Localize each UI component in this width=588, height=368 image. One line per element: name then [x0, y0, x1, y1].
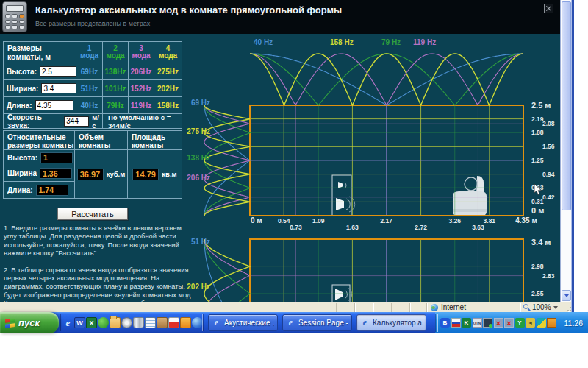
room-dimensions-table: Размеры комнаты, м1мода2мода3мода4модаВы… [3, 41, 182, 129]
mode-frequency-value: 101Hz [103, 80, 129, 97]
dimension-input[interactable] [41, 83, 76, 93]
listener-chair [453, 176, 487, 216]
axis-max-label: 3.4 м [531, 238, 551, 247]
antivirus-icon[interactable] [462, 318, 471, 328]
ru-language-flag-icon[interactable] [451, 318, 461, 328]
woofer-icon [335, 289, 343, 300]
tray-icons [440, 318, 556, 328]
scrollbar-down-button[interactable] [562, 290, 571, 301]
page-content: Размеры комнаты, м1мода2мода3мода4модаВы… [0, 34, 560, 302]
recycle-bin-icon[interactable] [133, 317, 144, 328]
word-icon[interactable] [74, 317, 85, 328]
ie-icon: e [360, 318, 370, 328]
speed-of-sound-input[interactable] [64, 116, 89, 127]
bluetooth-icon[interactable] [440, 318, 450, 328]
calculate-button[interactable]: Рассчитать [57, 208, 128, 220]
relative-size-row: Ширина1.36 [4, 166, 74, 183]
zoom-level: 100% [532, 303, 551, 311]
speed-of-sound-cell: Скорость звука:м/с [4, 114, 103, 128]
dimension-row-label: Высота: [4, 63, 76, 80]
axis-origin-label: 0 м [531, 206, 544, 215]
mode-frequency-value: 69Hz [76, 63, 103, 80]
mode-frequency-value: 152Hz [129, 80, 154, 97]
mode-frequency-value: 119Hz [129, 97, 154, 114]
axis-tick-label: 2.17 [380, 217, 392, 224]
wifi-icon[interactable] [515, 318, 525, 328]
length-mode-curve [250, 54, 523, 105]
mode-diagrams: 40 Hz79 Hz119 Hz158 Hz69 Hz138 Hz206 Hz2… [184, 34, 560, 302]
calculator-display [6, 5, 24, 12]
green-app-icon[interactable] [98, 317, 109, 328]
axis-max-label: 2.5 м [531, 101, 551, 110]
start-button-label: пуск [18, 317, 40, 328]
area-cell: 14.79кв.м [128, 150, 182, 198]
ie-icon[interactable] [62, 317, 74, 328]
windows-flag-icon [5, 318, 15, 328]
tan-app-icon[interactable] [157, 317, 168, 328]
notebook-icon[interactable] [547, 318, 556, 328]
taskbar-window-button[interactable]: eSession Page - ... [282, 314, 352, 331]
status-bar: Internet 100% [0, 302, 574, 312]
notes-icon[interactable] [145, 317, 156, 328]
mode-column-header: 3мода [129, 42, 154, 63]
mode-frequency-label: 206 Hz [187, 174, 210, 182]
mode-frequency-label: 138 Hz [187, 154, 210, 162]
axis-max-label: 4.35 м [515, 216, 537, 224]
orange-app-icon[interactable] [180, 317, 191, 328]
media-player-icon[interactable] [121, 317, 132, 328]
relative-value-field: 1.74 [36, 185, 68, 196]
excel-icon[interactable] [86, 317, 97, 328]
mode-column-header: 2мода [103, 42, 129, 63]
taskbar-window-button[interactable]: eКалькулятор а... [356, 314, 426, 331]
volume-value-field: 36.97 [77, 169, 104, 180]
axis-tick-label: 0.31 [531, 198, 544, 205]
room-table-title: Размеры комнаты, м [4, 42, 76, 63]
axis-tick-label: 2.55 [531, 290, 544, 297]
utn-icon[interactable] [473, 318, 482, 328]
network-offline-icon[interactable] [494, 318, 503, 328]
axis-tick-label: 0.73 [290, 224, 302, 231]
screen: { "header": { "title": "Калькулятор акси… [0, 0, 588, 368]
speed-default-note: По умолчанию с = 344м/с [103, 114, 182, 128]
relative-value-field: 1.36 [40, 168, 72, 179]
mode-frequency-value: 275Hz [154, 63, 182, 80]
network-offline2-icon[interactable] [504, 318, 514, 328]
axis-tick-label: 3.81 [484, 217, 496, 224]
mode-frequency-value: 202Hz [154, 80, 182, 97]
messenger-icon[interactable] [537, 318, 546, 328]
folder-icon[interactable] [110, 317, 121, 328]
axis-tick-label: 2.98 [531, 263, 544, 270]
taskbar-window-button[interactable]: eАкустические ... [208, 314, 278, 331]
browser-window: Калькулятор аксиальных мод в комнате пря… [0, 0, 574, 312]
volume-cell: 36.97куб.м [75, 150, 128, 198]
page-title: Калькулятор аксиальных мод в комнате пря… [35, 4, 342, 15]
close-icon[interactable] [544, 4, 553, 13]
zoom-dropdown-arrow-icon[interactable] [553, 306, 558, 309]
derived-column-header: Площадь комнаты [128, 131, 182, 150]
vertical-scrollbar[interactable] [560, 0, 571, 302]
display-icon[interactable] [483, 318, 492, 328]
dimension-input[interactable] [35, 100, 74, 110]
tray-clock[interactable]: 11:26 [564, 312, 584, 333]
width-mode-curve [204, 239, 250, 302]
security-zone-label: Internet [441, 303, 466, 311]
internet-zone-icon [431, 304, 438, 311]
instruction-step-1: 1. Введите размеры комнаты в ячейки в ле… [4, 224, 193, 258]
red-app-icon[interactable] [168, 317, 179, 328]
ie-icon: e [286, 318, 295, 328]
axis-tick-label: 0.42 [542, 194, 555, 201]
axis-tick-label: 1.25 [531, 157, 544, 164]
dimension-input[interactable] [40, 66, 76, 77]
derived-column-header: Объем комнаты [75, 131, 128, 150]
axis-tick-label: 3.26 [449, 217, 462, 224]
start-button[interactable]: пуск [0, 312, 59, 333]
globe-icon[interactable] [192, 317, 203, 328]
scrollbar-thumb[interactable] [562, 1, 571, 210]
axis-tick-label: 3.63 [472, 224, 484, 231]
volume-icon[interactable] [526, 318, 535, 328]
mode-frequency-value: 79Hz [103, 97, 129, 114]
axis-tick-label: 1.88 [531, 129, 544, 136]
mode-frequency-label: 119 Hz [413, 38, 436, 46]
mode-frequency-label: 158 Hz [330, 38, 354, 46]
relative-value-field: 1 [40, 152, 73, 163]
